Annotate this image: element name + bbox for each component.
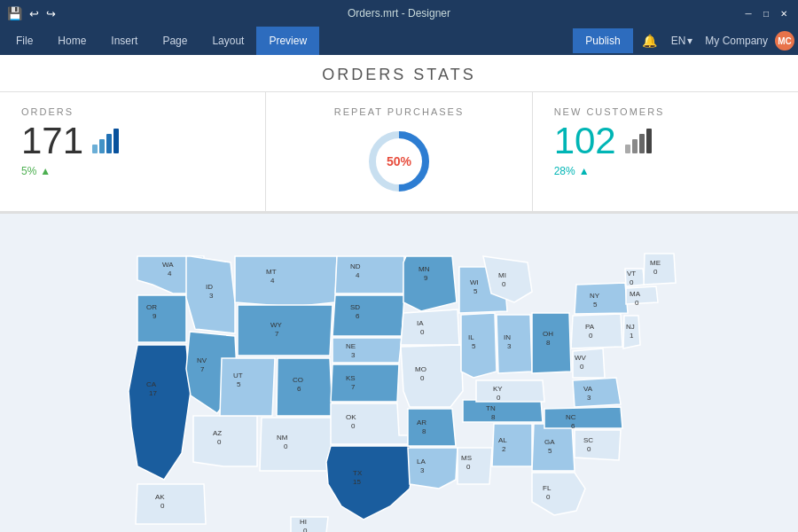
menu-insert[interactable]: Insert (98, 27, 150, 55)
menu-layout[interactable]: Layout (200, 27, 256, 55)
orders-up-icon: ▲ (40, 165, 51, 177)
svg-text:0: 0 (420, 374, 425, 382)
svg-text:SD: SD (350, 303, 360, 311)
svg-text:17: 17 (149, 389, 157, 397)
svg-text:CO: CO (293, 376, 303, 384)
menu-right: Publish 🔔 EN ▾ My Company MC (573, 27, 794, 55)
kpi-orders: ORDERS 171 5% ▲ (0, 92, 266, 211)
kpi-repeat: REPEAT PURCHASES 50% (266, 92, 532, 211)
svg-marker-71 (461, 313, 497, 378)
svg-text:TN: TN (486, 404, 496, 412)
svg-marker-56 (401, 309, 459, 345)
svg-text:OH: OH (543, 330, 553, 338)
close-button[interactable]: ✕ (777, 6, 791, 20)
svg-text:0: 0 (351, 422, 356, 430)
svg-text:ID: ID (206, 283, 213, 291)
svg-marker-65 (408, 448, 458, 489)
svg-text:3: 3 (587, 394, 591, 402)
svg-text:ME: ME (650, 259, 661, 267)
kpi-customers-chart (625, 129, 652, 153)
publish-button[interactable]: Publish (573, 28, 632, 53)
language-selector[interactable]: EN ▾ (666, 35, 699, 47)
svg-text:1: 1 (630, 332, 634, 340)
svg-text:VA: VA (583, 385, 593, 393)
redo-icon[interactable]: ↪ (46, 7, 56, 20)
svg-text:OR: OR (146, 303, 157, 311)
stats-title: ORDERS STATS (0, 55, 798, 92)
maximize-button[interactable]: □ (759, 6, 773, 20)
svg-text:WI: WI (470, 278, 479, 286)
svg-text:AL: AL (498, 436, 507, 444)
toolbar-icons: 💾 ↩ ↪ (7, 6, 56, 20)
svg-text:IA: IA (417, 319, 424, 327)
menu-preview[interactable]: Preview (256, 27, 319, 55)
kpi-orders-number: 171 (21, 122, 83, 160)
svg-text:5: 5 (237, 380, 241, 388)
svg-marker-107 (544, 407, 622, 428)
kpi-customers-number: 102 (554, 122, 616, 160)
kpi-row: ORDERS 171 5% ▲ REPEAT PURCHAS (0, 92, 798, 213)
company-avatar: MC (775, 31, 794, 51)
svg-marker-5 (137, 295, 186, 342)
menu-file[interactable]: File (4, 27, 45, 55)
svg-text:0: 0 (497, 394, 501, 402)
svg-text:7: 7 (200, 365, 205, 373)
svg-marker-50 (326, 446, 415, 520)
kpi-customers-footer: 28% ▲ (554, 165, 590, 177)
kpi-customers: NEW CUSTOMERS 102 28% ▲ (533, 92, 798, 211)
svg-text:0: 0 (630, 278, 634, 286)
undo-icon[interactable]: ↩ (29, 7, 39, 20)
svg-text:4: 4 (270, 277, 275, 285)
svg-marker-32 (260, 418, 332, 471)
svg-text:NM: NM (277, 434, 288, 442)
svg-text:TX: TX (353, 469, 363, 477)
svg-text:AK: AK (155, 493, 165, 501)
svg-text:8: 8 (422, 427, 426, 435)
svg-text:HI: HI (300, 518, 307, 526)
svg-text:GA: GA (544, 438, 555, 446)
svg-marker-29 (277, 358, 332, 416)
customers-up-icon: ▲ (579, 165, 590, 177)
svg-text:MA: MA (630, 290, 641, 298)
svg-text:AR: AR (417, 419, 426, 426)
menu-bar: File Home Insert Page Layout Preview Pub… (0, 27, 798, 55)
svg-text:0: 0 (502, 280, 506, 288)
svg-text:15: 15 (353, 478, 361, 486)
svg-marker-26 (220, 358, 275, 416)
svg-marker-86 (492, 424, 532, 466)
kpi-orders-label: ORDERS (21, 106, 74, 117)
kpi-repeat-label: REPEAT PURCHASES (334, 106, 465, 117)
svg-marker-92 (476, 380, 544, 402)
minimize-button[interactable]: ─ (741, 6, 755, 20)
us-map-svg: .state-path { stroke: white; stroke-widt… (0, 214, 798, 532)
svg-marker-44 (331, 364, 399, 402)
window-title: Orders.mrt - Designer (348, 7, 450, 20)
svg-marker-113 (571, 314, 622, 348)
svg-marker-131 (136, 484, 206, 524)
svg-text:5: 5 (593, 301, 598, 309)
svg-text:NC: NC (566, 413, 576, 421)
svg-text:0: 0 (303, 527, 308, 532)
kpi-customers-value-row: 102 (554, 122, 652, 160)
svg-marker-101 (573, 348, 605, 378)
svg-marker-53 (403, 256, 457, 311)
svg-text:3: 3 (209, 292, 214, 300)
company-name: My Company (701, 35, 771, 47)
svg-text:0: 0 (587, 445, 591, 453)
svg-text:5: 5 (473, 287, 478, 295)
svg-text:KS: KS (346, 374, 356, 382)
kpi-customers-label: NEW CUSTOMERS (554, 106, 665, 117)
donut-label: 50% (387, 154, 411, 168)
menu-home[interactable]: Home (45, 27, 98, 55)
svg-text:5: 5 (548, 447, 552, 455)
menu-page[interactable]: Page (150, 27, 200, 55)
svg-marker-23 (238, 305, 332, 356)
save-icon[interactable]: 💾 (7, 6, 22, 20)
svg-text:MS: MS (461, 454, 472, 462)
notification-icon[interactable]: 🔔 (637, 34, 662, 48)
svg-text:VT: VT (627, 270, 636, 278)
svg-text:OK: OK (346, 413, 356, 421)
svg-text:2: 2 (502, 445, 506, 453)
svg-text:UT: UT (233, 372, 243, 379)
svg-text:NJ: NJ (626, 323, 635, 331)
